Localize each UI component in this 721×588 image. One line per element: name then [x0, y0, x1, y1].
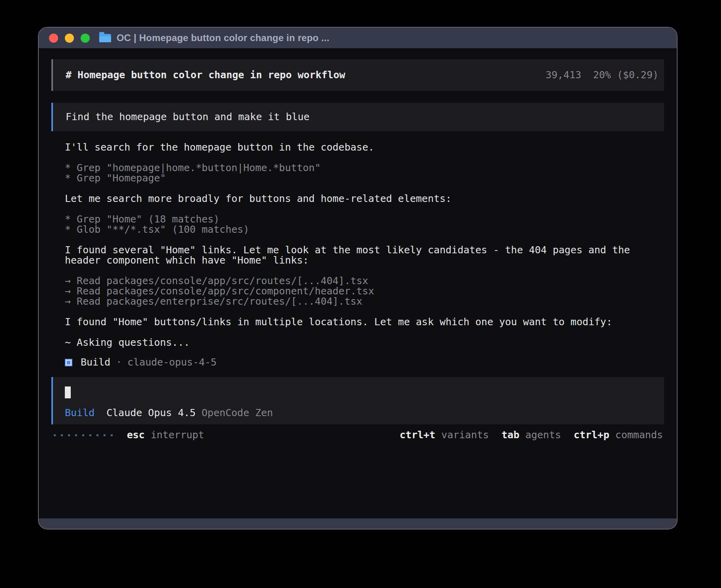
- separator-dot: ·: [116, 357, 122, 368]
- esc-key-action: interrupt: [151, 430, 204, 440]
- minimize-button[interactable]: [65, 34, 74, 43]
- status-bar-left: esc interrupt: [53, 430, 204, 440]
- tool-call-line: * Glob "**/*.tsx" (100 matches): [65, 224, 664, 235]
- terminal-content: # Homepage button color change in repo w…: [39, 48, 677, 518]
- window-footer: [39, 518, 677, 529]
- session-stats: 39,41320%($0.29): [545, 70, 659, 80]
- agent-model: claude-opus-4-5: [127, 357, 217, 368]
- window-title: OC | Homepage button color change in rep…: [117, 32, 329, 43]
- session-header: # Homepage button color change in repo w…: [51, 59, 664, 91]
- shortcut-key: ctrl+t: [400, 430, 435, 440]
- window-titlebar[interactable]: OC | Homepage button color change in rep…: [39, 28, 677, 48]
- agent-square-icon: [65, 359, 72, 366]
- tool-call-line: → Read packages/enterprise/src/routes/[.…: [65, 296, 664, 307]
- session-title: # Homepage button color change in repo w…: [66, 70, 345, 80]
- tool-call-line: * Grep "Home" (18 matches): [65, 214, 664, 224]
- shortcut-label: commands: [615, 430, 663, 440]
- assistant-message: I'll search for the homepage button in t…: [65, 142, 664, 153]
- model-label[interactable]: Claude Opus 4.5: [106, 408, 196, 418]
- agent-status-row: Build · claude-opus-4-5: [51, 357, 664, 368]
- assistant-message: Let me search more broadly for buttons a…: [65, 194, 664, 204]
- shortcut-agents: tab agents: [502, 430, 561, 440]
- status-bar-right: ctrl+t variants tab agents ctrl+p comman…: [387, 430, 663, 440]
- tool-call-line: → Read packages/console/app/src/routes/[…: [65, 276, 664, 286]
- tool-call-line: * Grep "Homepage": [65, 173, 664, 183]
- session-cost: ($0.29): [617, 69, 659, 81]
- shortcut-label: agents: [525, 430, 561, 440]
- tool-call-line: * Grep "homepage|home.*button|Home.*butt…: [65, 163, 664, 173]
- agent-mode-label[interactable]: Build: [65, 408, 94, 418]
- provider-label: OpenCode Zen: [202, 408, 273, 418]
- token-count: 39,413: [545, 69, 581, 81]
- conversation: I'll search for the homepage button in t…: [51, 142, 664, 348]
- agent-name: Build: [81, 357, 110, 368]
- spinner-dots: [54, 434, 113, 436]
- esc-key-hint: esc: [127, 430, 145, 440]
- shortcut-label: variants: [441, 430, 489, 440]
- prompt-input[interactable]: Build Claude Opus 4.5 OpenCode Zen: [51, 377, 664, 424]
- context-percent: 20%: [593, 69, 611, 81]
- assistant-message: I found "Home" buttons/links in multiple…: [65, 317, 664, 327]
- terminal-window: OC | Homepage button color change in rep…: [38, 27, 678, 530]
- zoom-button[interactable]: [81, 34, 90, 43]
- shortcut-key: tab: [502, 430, 519, 440]
- assistant-message: ~ Asking questions...: [65, 337, 664, 348]
- folder-icon: [99, 34, 111, 42]
- text-cursor: [65, 386, 71, 398]
- shortcut-commands: ctrl+p commands: [574, 430, 663, 440]
- user-message-text: Find the homepage button and make it blu…: [66, 112, 310, 122]
- close-button[interactable]: [49, 34, 58, 43]
- traffic-lights: [49, 34, 90, 43]
- tool-call-line: → Read packages/console/app/src/componen…: [65, 286, 664, 296]
- user-message: Find the homepage button and make it blu…: [51, 103, 664, 131]
- assistant-message: I found several "Home" links. Let me loo…: [65, 245, 664, 266]
- input-meta-row: Build Claude Opus 4.5 OpenCode Zen: [65, 408, 651, 418]
- shortcut-variants: ctrl+t variants: [400, 430, 489, 440]
- shortcut-key: ctrl+p: [574, 430, 609, 440]
- status-bar: esc interrupt ctrl+t variants tab agents…: [51, 429, 664, 441]
